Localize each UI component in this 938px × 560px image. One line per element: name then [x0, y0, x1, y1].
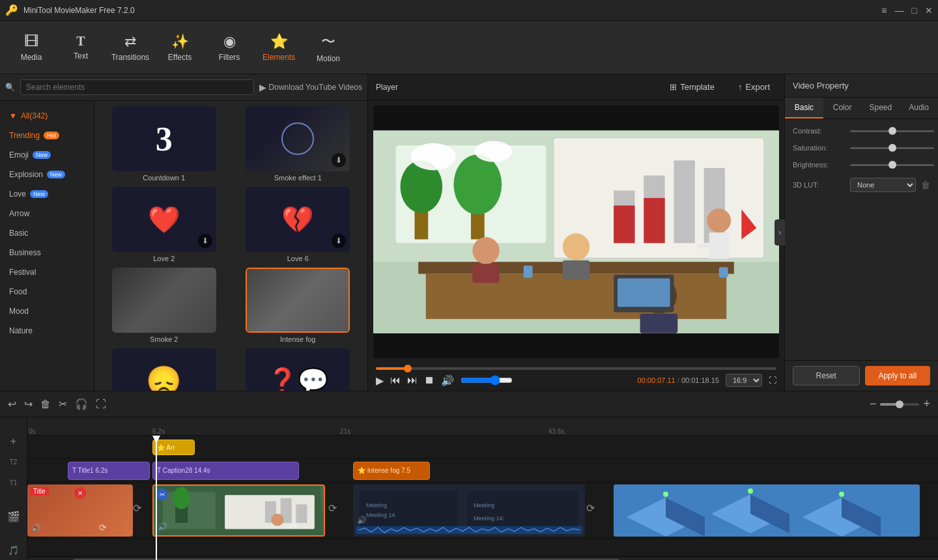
aspect-ratio-select[interactable]: 16:9 9:16 4:3 1:1	[726, 374, 762, 387]
category-business[interactable]: Business	[0, 243, 94, 262]
time-display: 00:00:07.11 / 00:01:18.15	[519, 376, 719, 384]
contrast-slider[interactable]	[850, 130, 934, 132]
category-trending[interactable]: Trending Hot	[0, 126, 94, 145]
search-input[interactable]	[20, 79, 254, 95]
close-icon[interactable]: ✕	[925, 5, 933, 16]
saturation-slider[interactable]	[850, 147, 934, 149]
volume-slider[interactable]	[461, 375, 513, 385]
caption-clip-label: T Caption28 14.4s	[157, 467, 210, 474]
skip-forward-button[interactable]: ⏭	[407, 374, 418, 386]
tool-media[interactable]: 🎞 Media	[8, 25, 55, 70]
tab-audio[interactable]: Audio	[900, 98, 938, 119]
crop-button[interactable]: ⛶	[96, 399, 106, 410]
timeline-scrollbar[interactable]	[27, 557, 938, 560]
track2-arr-clip[interactable]: ⭐ Arr	[152, 440, 195, 455]
progress-thumb[interactable]	[404, 365, 412, 372]
video-clip-meeting[interactable]: 🔊 ⟳ ✂	[152, 484, 325, 537]
element-intense-fog[interactable]: Intense fog	[234, 268, 363, 343]
download-youtube-button[interactable]: ▶ Download YouTube Videos	[259, 82, 362, 92]
brightness-slider[interactable]	[850, 164, 934, 166]
undo-button[interactable]: ↩	[8, 398, 16, 410]
svg-point-16	[707, 208, 731, 232]
apply-to-all-button[interactable]: Apply to all	[865, 366, 931, 385]
category-all[interactable]: ▼ All(342)	[0, 106, 94, 126]
zoom-in-button[interactable]: +	[923, 397, 930, 411]
zoom-slider[interactable]	[880, 403, 919, 406]
svg-text:Meeting: Meeting	[474, 502, 494, 509]
tool-filters[interactable]: ◉ Filters	[206, 25, 253, 70]
category-basic[interactable]: Basic	[0, 223, 94, 243]
svg-rect-21	[426, 274, 726, 319]
track1-title-clip[interactable]: T Title1 6.2s	[68, 462, 150, 480]
delete-button[interactable]: 🗑	[40, 399, 51, 410]
reset-button[interactable]: Reset	[793, 366, 860, 385]
redo-button[interactable]: ↪	[24, 398, 33, 410]
tool-elements[interactable]: ⭐ Elements	[255, 25, 302, 70]
meeting-scene	[154, 486, 324, 535]
collapse-panel-button[interactable]: ›	[775, 219, 785, 245]
title-badge: Title	[30, 487, 49, 496]
saturation-row: Saturation: 0.0	[793, 144, 930, 152]
tool-motion[interactable]: 〜 Motion	[305, 25, 352, 70]
zoom-out-button[interactable]: −	[870, 397, 877, 411]
tool-effects[interactable]: ✨ Effects	[156, 25, 203, 70]
split-button[interactable]: ✂	[59, 398, 67, 410]
meeting-video-content	[154, 486, 324, 535]
category-nature[interactable]: Nature	[0, 321, 94, 341]
category-explosion[interactable]: Explosion New	[0, 165, 94, 184]
tab-color[interactable]: Color	[823, 98, 862, 119]
video-clip-chalkboard[interactable]: Meeting Meeting 14 Meeting Meeting 14:	[353, 484, 585, 537]
element-love2[interactable]: ❤️ ⬇ Love 2	[100, 187, 229, 262]
track1-caption-clip[interactable]: T Caption28 14.4s	[152, 462, 299, 480]
fog-clip-label: ⭐ Intense fog 7.5	[358, 467, 410, 474]
category-arrow[interactable]: Arrow	[0, 204, 94, 223]
video-track-label: 🎬	[0, 493, 27, 540]
timeline-ruler[interactable]: 0s 6.2s 21s 43.6s	[27, 417, 938, 436]
template-button[interactable]: ⊞ Template	[663, 79, 721, 94]
left-panel-body: ▼ All(342) Trending Hot Emoji New Explos…	[0, 101, 367, 391]
category-emoji[interactable]: Emoji New	[0, 145, 94, 165]
tab-basic[interactable]: Basic	[785, 98, 823, 119]
audio-button[interactable]: 🎧	[75, 398, 88, 410]
element-smoke2[interactable]: Smoke 2	[100, 268, 229, 343]
progress-bar[interactable]	[376, 367, 776, 370]
effects-icon: ✨	[171, 33, 189, 50]
element-countdown1[interactable]: 3 Countdown 1	[100, 106, 229, 182]
fullscreen-button[interactable]: ⛶	[769, 376, 776, 385]
tool-transitions[interactable]: ⇄ Transitions	[107, 25, 154, 70]
add-track-button[interactable]: +	[0, 433, 27, 451]
export-button[interactable]: ↑ Export	[732, 79, 776, 94]
video-clip-iso[interactable]	[614, 484, 920, 537]
stop-button[interactable]: ⏹	[424, 374, 434, 386]
download-label: Download YouTube Videos	[269, 83, 362, 92]
ruler-mark-2: 21s	[340, 428, 350, 435]
tab-speed[interactable]: Speed	[862, 98, 900, 119]
category-mood[interactable]: Mood	[0, 301, 94, 321]
svg-rect-29	[618, 279, 670, 307]
element-love6[interactable]: 💔 ⬇ Love 6	[234, 187, 363, 262]
play-button[interactable]: ▶	[376, 374, 384, 387]
arrow-label: Arrow	[9, 209, 29, 218]
category-festival[interactable]: Festival	[0, 262, 94, 282]
lut-delete-icon[interactable]: 🗑	[921, 180, 930, 190]
repeat-arrow3: ⟳	[586, 502, 595, 514]
lut-select[interactable]: None	[850, 178, 916, 192]
element-emoji[interactable]: 😞	[100, 348, 229, 391]
svg-rect-27	[640, 314, 678, 333]
tool-text[interactable]: T Text	[57, 25, 104, 70]
element-smoke-effect1[interactable]: ⬇ Smoke effect 1	[234, 106, 363, 182]
maximize-icon[interactable]: □	[912, 5, 917, 16]
timeline-panel: ↩ ↪ 🗑 ✂ 🎧 ⛶ − + + T2 T1 🎬	[0, 391, 938, 560]
skip-back-button[interactable]: ⏮	[390, 374, 401, 386]
elements-grid: 3 Countdown 1 ⬇ Smoke effect 1	[94, 101, 367, 391]
menu-icon[interactable]: ≡	[881, 5, 887, 16]
volume-icon: 🔊	[441, 374, 454, 387]
timeline-zoom: − +	[870, 397, 930, 411]
track1-fog-clip[interactable]: ⭐ Intense fog 7.5	[353, 462, 430, 480]
download-badge-love2: ⬇	[198, 234, 212, 248]
category-love[interactable]: Love New	[0, 184, 94, 204]
category-food[interactable]: Food	[0, 282, 94, 301]
video-clip-title[interactable]: Title ⟳ 🔊 ✕	[27, 484, 133, 537]
element-question[interactable]: ❓💬	[234, 348, 363, 391]
minimize-icon[interactable]: —	[895, 5, 904, 16]
